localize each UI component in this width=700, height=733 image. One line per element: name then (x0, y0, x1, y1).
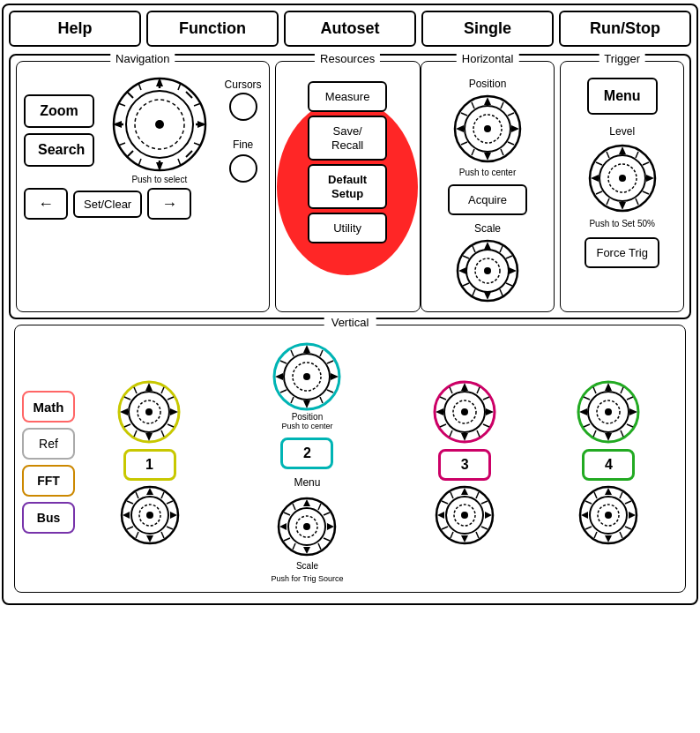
svg-line-114 (327, 390, 333, 393)
save-recall-button[interactable]: Save/Recall (308, 116, 387, 161)
svg-marker-121 (303, 499, 310, 506)
svg-line-145 (440, 424, 446, 427)
svg-line-65 (596, 191, 602, 194)
fine-label: Fine (233, 138, 253, 151)
svg-marker-139 (436, 408, 443, 415)
svg-marker-185 (605, 488, 612, 495)
svg-marker-43 (458, 267, 466, 274)
trigger-level-knob[interactable] (587, 143, 658, 213)
svg-line-175 (584, 397, 590, 400)
ch3-button[interactable]: 3 (438, 449, 491, 481)
svg-line-164 (476, 532, 479, 538)
svg-marker-42 (484, 292, 491, 300)
svg-line-125 (293, 504, 295, 510)
svg-line-34 (508, 142, 514, 145)
svg-line-179 (593, 430, 596, 437)
svg-line-143 (440, 397, 446, 400)
svg-point-151 (461, 408, 468, 415)
set-clear-button[interactable]: Set/Clear (73, 191, 142, 218)
resources-buttons: Measure Save/Recall DefaultSetup Utility (283, 81, 413, 243)
svg-line-47 (463, 256, 469, 258)
svg-marker-41 (484, 242, 491, 250)
trigger-menu-button[interactable]: Menu (587, 78, 658, 115)
zoom-button[interactable]: Zoom (24, 94, 94, 128)
svg-point-167 (461, 512, 468, 519)
svg-line-78 (161, 387, 164, 393)
svg-marker-92 (170, 512, 177, 519)
svg-marker-123 (279, 523, 287, 530)
horizontal-scale-knob[interactable] (455, 238, 521, 304)
cursors-label: Cursors (225, 79, 262, 91)
svg-line-30 (501, 102, 503, 108)
fine-area: Fine (229, 138, 257, 183)
left-arrow-button[interactable]: ← (24, 188, 68, 220)
svg-line-8 (127, 92, 133, 98)
ch2-position-label: Position (292, 412, 324, 422)
ch4-button[interactable]: 4 (582, 449, 635, 481)
svg-line-96 (167, 501, 173, 504)
ch2-scale-knob[interactable] (276, 496, 338, 557)
svg-marker-75 (120, 408, 128, 415)
svg-line-63 (596, 162, 602, 165)
svg-line-147 (450, 430, 452, 437)
svg-line-32 (508, 113, 514, 116)
ch2-position-knob[interactable] (272, 341, 342, 412)
cursors-knob[interactable] (229, 93, 257, 121)
svg-marker-187 (581, 512, 588, 519)
acquire-button[interactable]: Acquire (448, 184, 527, 215)
help-button[interactable]: Help (9, 11, 141, 47)
run-stop-button[interactable]: Run/Stop (559, 11, 691, 47)
right-arrow-button[interactable]: → (147, 188, 191, 220)
svg-point-3 (155, 120, 164, 129)
fft-button[interactable]: FFT (22, 465, 75, 497)
utility-button[interactable]: Utility (308, 213, 387, 243)
search-button[interactable]: Search (24, 133, 94, 167)
svg-marker-170 (605, 433, 612, 441)
ch1-scale-knob[interactable] (119, 484, 181, 546)
function-button[interactable]: Function (146, 11, 279, 47)
svg-line-180 (621, 430, 623, 437)
svg-marker-59 (591, 175, 599, 182)
svg-line-100 (161, 532, 164, 538)
svg-marker-26 (484, 153, 491, 161)
svg-line-110 (320, 350, 323, 356)
svg-marker-154 (461, 535, 468, 542)
horizontal-position-knob[interactable] (452, 93, 523, 164)
ch3-position-knob[interactable] (432, 379, 498, 445)
svg-marker-137 (461, 383, 468, 391)
ch4-scale-knob[interactable] (577, 484, 639, 546)
bus-button[interactable]: Bus (22, 502, 75, 534)
ch4-position-knob[interactable] (576, 379, 642, 445)
svg-line-173 (593, 387, 596, 393)
ch1-button[interactable]: 1 (123, 449, 176, 481)
svg-line-49 (463, 283, 469, 286)
svg-line-29 (472, 102, 474, 108)
arrow-row: ← Set/Clear → (24, 188, 262, 220)
svg-marker-89 (146, 488, 153, 495)
svg-line-174 (621, 387, 623, 393)
svg-line-127 (284, 512, 290, 515)
svg-line-190 (620, 492, 622, 498)
svg-line-194 (625, 527, 631, 529)
main-nav-knob[interactable] (111, 76, 208, 173)
svg-marker-122 (303, 547, 310, 554)
svg-line-178 (627, 424, 633, 427)
ch3-scale-knob[interactable] (434, 484, 495, 546)
measure-button[interactable]: Measure (308, 81, 387, 112)
default-setup-button[interactable]: DefaultSetup (308, 164, 387, 209)
single-button[interactable]: Single (421, 11, 554, 47)
ref-button[interactable]: Ref (22, 428, 75, 460)
force-trig-button[interactable]: Force Trig (585, 237, 659, 268)
math-button[interactable]: Math (22, 391, 75, 423)
autoset-button[interactable]: Autoset (284, 11, 416, 47)
ch2-button[interactable]: 2 (280, 438, 333, 469)
svg-line-148 (477, 430, 480, 437)
svg-line-157 (451, 492, 453, 498)
svg-marker-155 (437, 512, 444, 519)
ch1-position-knob[interactable] (116, 379, 182, 445)
fine-knob[interactable] (229, 154, 257, 183)
svg-line-52 (500, 289, 503, 295)
nav-knob-area: Push to select (111, 76, 208, 184)
svg-line-36 (501, 149, 503, 155)
svg-line-132 (318, 543, 321, 550)
